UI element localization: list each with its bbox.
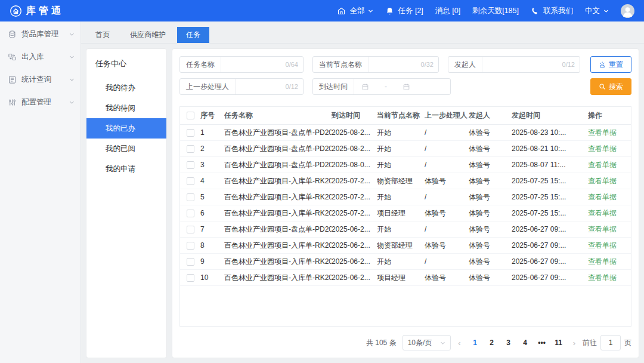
- tab-home[interactable]: 首页: [86, 27, 119, 43]
- menu-my-to-read[interactable]: 我的待阅: [86, 98, 166, 118]
- view-document-link[interactable]: 查看单据: [588, 193, 617, 201]
- days-left-indicator: 剩余天数[185]: [472, 6, 519, 16]
- row-index: 5: [200, 193, 224, 201]
- table-row[interactable]: 4 百色林业产业园项目-入库单-RK20250... 2025-07-2... …: [180, 173, 631, 189]
- row-checkbox[interactable]: [187, 145, 194, 153]
- view-document-link[interactable]: 查看单据: [588, 273, 617, 282]
- tab-tasks[interactable]: 任务: [177, 27, 209, 43]
- goto-suffix: 页: [624, 338, 631, 348]
- row-initiate-time: 2025-07-25 15:...: [512, 177, 588, 185]
- user-avatar[interactable]: [621, 4, 634, 18]
- row-checkbox[interactable]: [187, 242, 194, 250]
- table-row[interactable]: 6 百色林业产业园项目-入库单-RK20250... 2025-07-2... …: [180, 205, 631, 222]
- filter-current-node: 当前节点名称 0/32: [312, 56, 439, 73]
- row-checkbox[interactable]: [187, 193, 194, 201]
- search-button[interactable]: 搜索: [590, 78, 631, 95]
- table-row[interactable]: 1 百色林业产业园项目-盘点单-PD20250... 2025-08-2... …: [180, 125, 631, 141]
- page-number[interactable]: 4: [518, 336, 532, 350]
- date-separator: -: [385, 82, 387, 91]
- view-document-link[interactable]: 查看单据: [588, 128, 617, 137]
- view-document-link[interactable]: 查看单据: [588, 241, 617, 250]
- view-document-link[interactable]: 查看单据: [588, 209, 617, 217]
- page-number[interactable]: 11: [552, 336, 566, 350]
- row-checkbox[interactable]: [187, 226, 194, 233]
- language-selector[interactable]: 中文: [585, 6, 609, 16]
- reset-button[interactable]: 重置: [590, 56, 631, 73]
- prev-page-button[interactable]: ‹: [457, 339, 462, 347]
- table-row[interactable]: 8 百色林业产业园项目-入库单-RK20250... 2025-06-2... …: [180, 238, 631, 254]
- menu-my-applications[interactable]: 我的申请: [86, 159, 166, 179]
- settings-sliders-icon: [8, 98, 17, 107]
- table-row[interactable]: 3 百色林业产业园项目-盘点单-PD20250... 2025-08-0... …: [180, 157, 631, 173]
- table-row[interactable]: 5 百色林业产业园项目-入库单-RK20250... 2025-07-2... …: [180, 189, 631, 205]
- select-all-checkbox[interactable]: [187, 112, 194, 119]
- menu-my-done[interactable]: 我的已办: [86, 118, 166, 139]
- row-checkbox[interactable]: [187, 210, 194, 217]
- total-count: 共 105 条: [366, 338, 397, 348]
- calendar-icon[interactable]: [402, 83, 410, 91]
- row-prev-handler: /: [425, 193, 469, 201]
- in-out-warehouse-icon: [8, 53, 17, 61]
- page-number[interactable]: 1: [468, 336, 482, 350]
- table-row[interactable]: 7 百色林业产业园项目-盘点单-PD20250... 2025-06-2... …: [180, 222, 631, 238]
- page-number[interactable]: 2: [485, 336, 499, 350]
- row-initiator: 体验号: [469, 176, 512, 186]
- page-number[interactable]: •••: [535, 336, 549, 350]
- view-document-link[interactable]: 查看单据: [588, 225, 617, 233]
- col-current-node: 当前节点名称: [377, 110, 425, 121]
- col-task-name: 任务名称: [224, 110, 332, 121]
- row-checkbox[interactable]: [187, 129, 194, 137]
- initiator-input[interactable]: [482, 60, 562, 69]
- row-task-name: 百色林业产业园项目-入库单-RK20250...: [224, 192, 332, 202]
- next-page-button[interactable]: ›: [572, 339, 577, 347]
- view-document-link[interactable]: 查看单据: [588, 257, 617, 266]
- view-document-link[interactable]: 查看单据: [588, 144, 617, 153]
- contact-us[interactable]: 联系我们: [531, 6, 573, 16]
- page-number[interactable]: 3: [501, 336, 516, 350]
- task-center-panel: 任务中心 我的待办 我的待阅 我的已办 我的已阅 我的申请: [86, 48, 167, 358]
- phone-icon: [531, 7, 540, 16]
- row-arrive-time: 2025-07-2...: [332, 193, 377, 201]
- table-row[interactable]: 2 百色林业产业园项目-盘点单-PD20250... 2025-08-2... …: [180, 141, 631, 157]
- menu-my-read[interactable]: 我的已阅: [86, 139, 166, 159]
- row-current-node: 物资部经理: [377, 241, 425, 251]
- tasks-indicator[interactable]: 任务 [2]: [385, 6, 423, 16]
- scope-selector[interactable]: 全部: [337, 6, 373, 16]
- calendar-icon[interactable]: [361, 83, 369, 91]
- goto-page-input[interactable]: [600, 335, 621, 350]
- view-document-link[interactable]: 查看单据: [588, 177, 617, 185]
- chevron-down-icon: [69, 77, 75, 82]
- page-size-select[interactable]: 10条/页: [402, 335, 451, 350]
- table-row[interactable]: 9 百色林业产业园项目-入库单-RK20250... 2025-06-2... …: [180, 254, 631, 270]
- task-table: 序号 任务名称 到达时间 当前节点名称 上一步处理人 发起人 发起时间 操作 1…: [179, 106, 631, 327]
- topbar: 库管通 全部 任务 [2] 消息 [0] 剩余天数[185]: [0, 0, 644, 21]
- sidebar-item-goods-warehouse[interactable]: 货品库管理: [0, 23, 80, 45]
- row-arrive-time: 2025-08-0...: [332, 161, 377, 169]
- messages-indicator[interactable]: 消息 [0]: [435, 6, 460, 16]
- col-actions: 操作: [588, 110, 631, 121]
- row-index: 9: [200, 257, 224, 266]
- sidebar-item-in-out-warehouse[interactable]: 出入库: [0, 45, 80, 68]
- current-node-input[interactable]: [369, 60, 421, 69]
- row-checkbox[interactable]: [187, 161, 194, 169]
- page-numbers: 1234•••11: [468, 336, 566, 350]
- chevron-down-icon: [440, 340, 445, 346]
- task-name-input[interactable]: [221, 60, 286, 69]
- row-checkbox[interactable]: [187, 177, 194, 185]
- table-row[interactable]: 10 百色林业产业园项目-入库单-RK20250... 2025-06-2...…: [180, 270, 631, 286]
- row-initiate-time: 2025-06-27 09:...: [512, 225, 588, 233]
- chevron-down-icon: [69, 54, 75, 60]
- sidebar-item-statistics-query[interactable]: 统计查询: [0, 68, 80, 91]
- row-checkbox[interactable]: [187, 274, 194, 282]
- menu-my-todo[interactable]: 我的待办: [86, 78, 166, 98]
- prev-handler-input[interactable]: [236, 82, 286, 91]
- search-icon: [599, 83, 606, 90]
- row-checkbox[interactable]: [187, 258, 194, 266]
- goods-warehouse-icon: [8, 30, 17, 39]
- sidebar-item-settings[interactable]: 配置管理: [0, 91, 80, 113]
- view-document-link[interactable]: 查看单据: [588, 161, 617, 169]
- tab-supplier-maintenance[interactable]: 供应商维护: [121, 27, 175, 43]
- logo-icon: [10, 5, 22, 17]
- row-index: 4: [200, 177, 224, 185]
- row-current-node: 开始: [377, 144, 425, 154]
